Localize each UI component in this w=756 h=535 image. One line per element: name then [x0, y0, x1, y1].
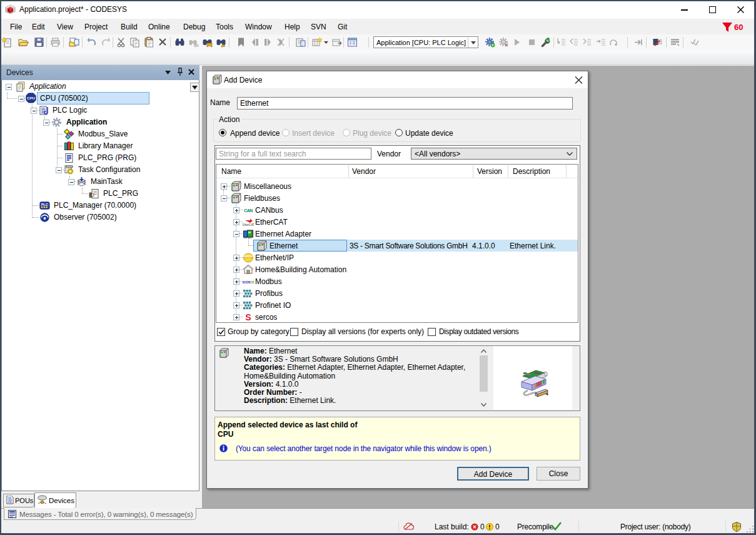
svg-text:S: S	[245, 312, 251, 322]
svg-text:PLC: PLC	[41, 203, 48, 206]
svg-text:CPU: CPU	[27, 96, 36, 100]
svg-text:MODBUS: MODBUS	[243, 281, 254, 284]
svg-text:CAN: CAN	[244, 208, 253, 213]
svg-text:ab: ab	[194, 43, 199, 48]
svg-text:EtherCAT: EtherCAT	[243, 223, 254, 227]
